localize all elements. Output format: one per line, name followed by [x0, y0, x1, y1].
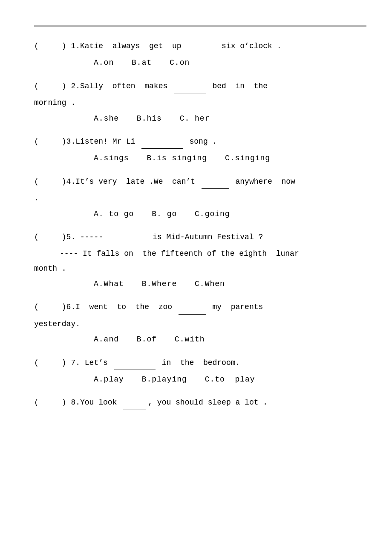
- top-divider: [34, 26, 366, 26]
- q6-opt-a: A.and: [94, 335, 119, 344]
- q4-answers: A. to go B. go C.going: [94, 207, 366, 221]
- question-4: ( )4.It’s very late .We can’t anywhere n…: [34, 175, 366, 221]
- q7-prefix: ( ) 7. Let’s: [34, 356, 112, 370]
- q3-answers: A.sings B.is singing C.singing: [94, 151, 366, 165]
- question-3: ( )3.Listen! Mr Li song . A.sings B.is s…: [34, 135, 366, 165]
- q8-blank: [123, 396, 146, 410]
- q7-line: ( ) 7. Let’s in the bedroom.: [34, 356, 366, 370]
- q3-suffix: song .: [185, 135, 217, 148]
- q5-line: ( )5. ----- is Mid-Autumn Festival ?: [34, 230, 366, 244]
- q3-prefix: ( )3.Listen! Mr Li: [34, 135, 140, 148]
- q3-opt-c: C.singing: [225, 154, 270, 162]
- q6-continuation: yesterday.: [34, 317, 366, 331]
- q8-suffix: , you should sleep a lot .: [148, 396, 268, 409]
- q2-opt-c: C. her: [180, 114, 210, 123]
- q7-opt-c: C.to play: [205, 375, 255, 384]
- q5-suffix: is Mid-Autumn Festival ?: [148, 230, 263, 244]
- q6-prefix: ( )6.I went to the zoo: [34, 300, 177, 314]
- q2-line: ( ) 2.Sally often makes bed in the: [34, 79, 366, 93]
- q4-opt-a: A. to go: [94, 210, 134, 218]
- q4-suffix: anywhere now: [231, 175, 295, 188]
- question-6: ( )6.I went to the zoo my parents yester…: [34, 300, 366, 346]
- q4-line: ( )4.It’s very late .We can’t anywhere n…: [34, 175, 366, 189]
- q4-opt-c: C.going: [195, 210, 230, 218]
- q7-blank: [114, 356, 156, 370]
- q1-opt-c: C.on: [170, 58, 190, 67]
- q4-continuation: .: [34, 191, 366, 205]
- q1-opt-b: B.at: [132, 58, 152, 67]
- q3-opt-b: B.is singing: [147, 154, 207, 162]
- q1-blank: [187, 39, 215, 53]
- q2-suffix: bed in the: [208, 79, 268, 93]
- q5-opt-c: C.When: [195, 280, 225, 288]
- question-8: ( ) 8.You look , you should sleep a lot …: [34, 396, 366, 410]
- q2-opt-a: A.she: [94, 114, 119, 123]
- question-5: ( )5. ----- is Mid-Autumn Festival ? ---…: [34, 230, 366, 291]
- q5-blank: [105, 230, 146, 244]
- q6-opt-b: B.of: [137, 335, 157, 344]
- q2-blank: [174, 79, 206, 93]
- q7-answers: A.play B.playing C.to play: [94, 373, 366, 386]
- q3-blank: [141, 135, 183, 149]
- q3-line: ( )3.Listen! Mr Li song .: [34, 135, 366, 149]
- q5-opt-a: A.What: [94, 280, 124, 288]
- q2-prefix: ( ) 2.Sally often makes: [34, 79, 172, 93]
- q2-answers: A.she B.his C. her: [94, 112, 366, 125]
- q5-answers: A.What B.Where C.When: [94, 277, 366, 291]
- q6-opt-c: C.with: [175, 335, 205, 344]
- question-1: ( ) 1.Katie always get up six o’clock . …: [34, 39, 366, 70]
- q1-suffix: six o’clock .: [217, 39, 281, 53]
- q7-opt-a: A.play: [94, 375, 124, 384]
- q2-continuation: morning .: [34, 96, 366, 110]
- q6-suffix: my parents: [208, 300, 263, 314]
- question-2: ( ) 2.Sally often makes bed in the morni…: [34, 79, 366, 125]
- q4-blank: [202, 175, 229, 189]
- q1-opt-a: A.on: [94, 58, 114, 67]
- q4-opt-b: B. go: [152, 210, 177, 218]
- q6-blank: [179, 300, 206, 314]
- q5-sub-continuation: month .: [34, 262, 366, 275]
- question-7: ( ) 7. Let’s in the bedroom. A.play B.pl…: [34, 356, 366, 387]
- q7-opt-b: B.playing: [142, 375, 187, 384]
- q5-opt-b: B.Where: [142, 280, 177, 288]
- q4-prefix: ( )4.It’s very late .We can’t: [34, 175, 200, 188]
- q3-opt-a: A.sings: [94, 154, 129, 162]
- q6-answers: A.and B.of C.with: [94, 332, 366, 346]
- q5-prefix: ( )5. -----: [34, 230, 103, 244]
- q2-opt-b: B.his: [137, 114, 162, 123]
- q1-line: ( ) 1.Katie always get up six o’clock .: [34, 39, 366, 53]
- q1-prefix: ( ) 1.Katie always get up: [34, 39, 186, 53]
- q8-line: ( ) 8.You look , you should sleep a lot …: [34, 396, 366, 410]
- q6-line: ( )6.I went to the zoo my parents: [34, 300, 366, 314]
- q5-sub-prompt: ---- It falls on the fifteenth of the ei…: [60, 247, 366, 260]
- q7-suffix: in the bedroom.: [157, 356, 240, 370]
- q1-answers: A.on B.at C.on: [94, 56, 366, 69]
- q8-prefix: ( ) 8.You look: [34, 396, 121, 409]
